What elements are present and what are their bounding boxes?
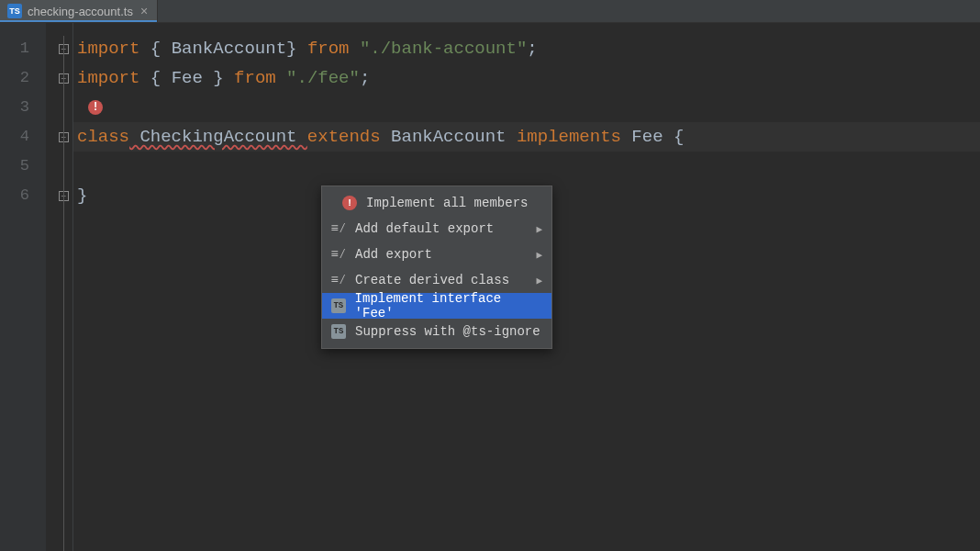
identifier: Fee xyxy=(621,127,674,147)
punct: ; xyxy=(360,68,370,88)
punct: { xyxy=(674,127,684,147)
menu-item-create-derived-class[interactable]: ≡∕ Create derived class ▶ xyxy=(322,267,551,293)
punct: } xyxy=(286,39,307,59)
code-action-icon: ≡∕ xyxy=(331,273,346,287)
ts-action-icon: TS xyxy=(331,298,346,313)
ts-file-icon: TS xyxy=(7,4,22,18)
identifier: Fee xyxy=(172,68,203,88)
error-bulb-icon: ! xyxy=(342,196,357,210)
menu-item-implement-interface-fee[interactable]: TS Implement interface 'Fee' xyxy=(322,293,551,319)
line-number-gutter: 1 2 3 4 5 6 xyxy=(0,23,46,551)
punct xyxy=(276,68,286,88)
menu-item-label: Implement interface 'Fee' xyxy=(355,291,542,320)
identifier: BankAccount xyxy=(172,39,286,59)
file-tab[interactable]: TS checking-account.ts × xyxy=(0,0,158,22)
submenu-arrow-icon: ▶ xyxy=(536,223,542,235)
line-number: 2 xyxy=(0,63,46,93)
line-number: 1 xyxy=(0,34,46,63)
close-icon[interactable]: × xyxy=(139,5,150,17)
identifier: BankAccount xyxy=(381,127,517,147)
punct: ; xyxy=(527,39,537,59)
menu-item-add-default-export[interactable]: ≡∕ Add default export ▶ xyxy=(322,216,551,242)
keyword-from: from xyxy=(234,68,276,88)
code-line[interactable]: class CheckingAccount extends BankAccoun… xyxy=(73,122,980,152)
code-line[interactable]: import { BankAccount} from "./bank-accou… xyxy=(73,34,980,63)
line-number: 3 xyxy=(0,93,46,122)
punct: { xyxy=(139,68,171,88)
keyword-import: import xyxy=(77,39,139,59)
error-bulb-icon[interactable]: ! xyxy=(88,100,103,115)
keyword-class: class xyxy=(77,127,129,147)
keyword-extends: extends xyxy=(307,127,381,147)
code-line[interactable]: ! xyxy=(73,93,980,122)
code-line[interactable]: import { Fee } from "./fee"; xyxy=(73,63,980,93)
line-number: 6 xyxy=(0,181,46,210)
menu-item-add-export[interactable]: ≡∕ Add export ▶ xyxy=(322,242,551,267)
punct xyxy=(349,39,359,59)
code-action-icon: ≡∕ xyxy=(331,247,346,262)
menu-item-implement-all-members[interactable]: ! Implement all members xyxy=(322,190,551,216)
submenu-arrow-icon: ▶ xyxy=(536,249,542,261)
class-name: CheckingAccount xyxy=(129,127,307,147)
intention-actions-menu: ! Implement all members ≡∕ Add default e… xyxy=(321,186,552,349)
code-area[interactable]: import { BankAccount} from "./bank-accou… xyxy=(73,23,980,551)
code-line[interactable] xyxy=(73,152,980,181)
string-literal: "./bank-account" xyxy=(360,39,527,59)
punct: { xyxy=(139,39,171,59)
code-action-icon: ≡∕ xyxy=(331,221,346,236)
ts-action-icon: TS xyxy=(331,324,346,339)
menu-item-suppress-ts-ignore[interactable]: TS Suppress with @ts-ignore xyxy=(322,319,551,344)
menu-item-label: Add default export xyxy=(355,221,494,236)
punct: } xyxy=(77,186,87,206)
tab-filename: checking-account.ts xyxy=(28,5,133,18)
keyword-implements: implements xyxy=(517,127,621,147)
submenu-arrow-icon: ▶ xyxy=(536,275,542,287)
line-number: 4 xyxy=(0,122,46,152)
menu-item-label: Suppress with @ts-ignore xyxy=(355,324,540,339)
line-number: 5 xyxy=(0,152,46,181)
punct: } xyxy=(203,68,234,88)
editor: 1 2 3 4 5 6 − − − − import { BankAccount… xyxy=(0,23,980,551)
tab-bar: TS checking-account.ts × xyxy=(0,0,980,23)
menu-item-label: Create derived class xyxy=(355,273,509,287)
menu-item-label: Implement all members xyxy=(366,196,528,210)
keyword-from: from xyxy=(307,39,350,59)
string-literal: "./fee" xyxy=(286,68,360,88)
keyword-import: import xyxy=(77,68,139,88)
menu-item-label: Add export xyxy=(355,247,432,262)
fold-gutter: − − − − xyxy=(46,23,73,551)
